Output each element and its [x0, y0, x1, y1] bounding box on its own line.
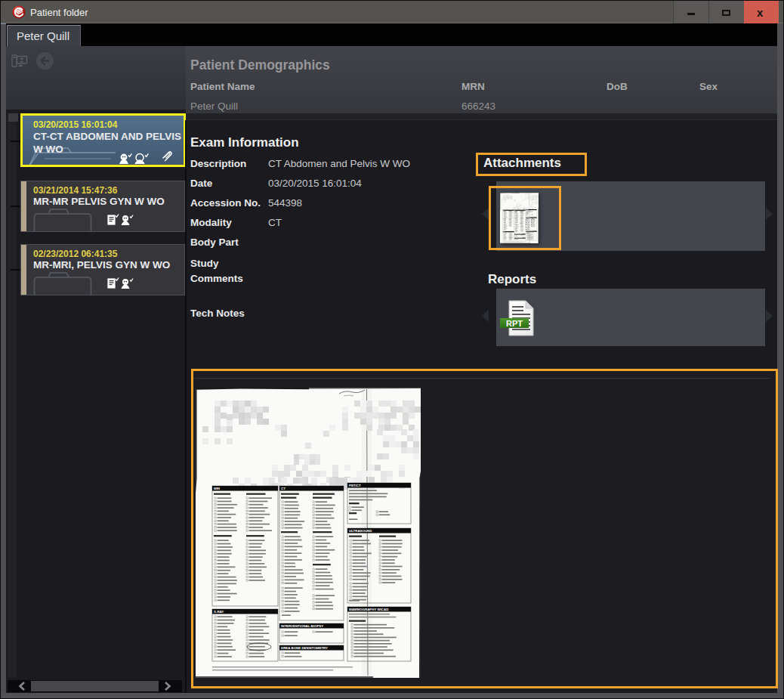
svg-text:MRI: MRI	[214, 487, 220, 490]
svg-text:X-RAY: X-RAY	[214, 610, 224, 614]
svg-text:INTERVENTIONAL BIOPSY: INTERVENTIONAL BIOPSY	[281, 624, 323, 628]
svg-text:DREA BONE DENSITOMETRY: DREA BONE DENSITOMETRY	[281, 646, 328, 650]
svg-text:CT: CT	[281, 487, 286, 490]
svg-text:MAMMOGRAPHY WICAD: MAMMOGRAPHY WICAD	[349, 608, 388, 611]
svg-text:PET/CT: PET/CT	[349, 484, 361, 487]
svg-text:ULTRASOUND: ULTRASOUND	[349, 529, 372, 533]
svg-text:RPT: RPT	[506, 319, 523, 328]
